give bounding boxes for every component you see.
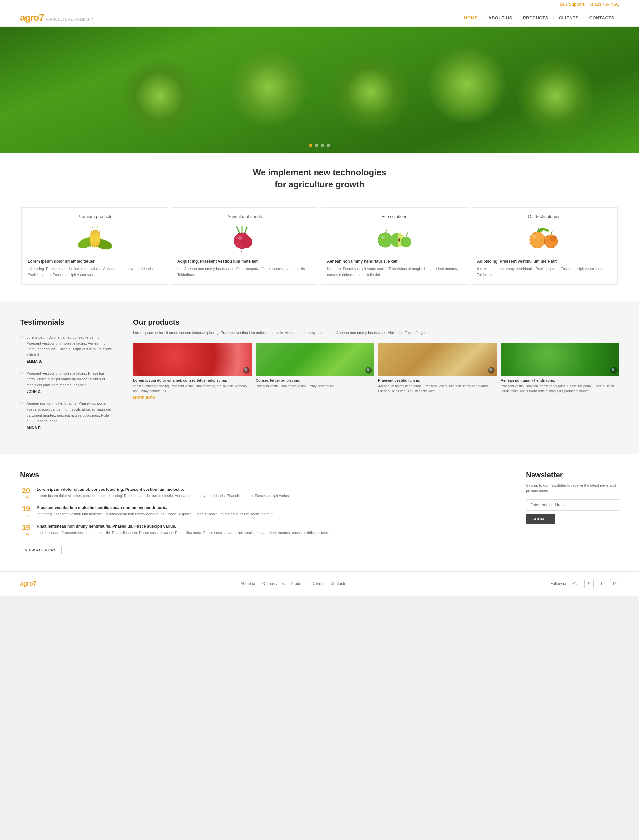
product-title-3: Aenean non ummy hendriauris. bbox=[501, 379, 619, 382]
feature-card-0: Premium products Lore bbox=[21, 207, 168, 285]
twitter-icon[interactable]: 𝕏 bbox=[584, 579, 594, 588]
news-title-0: Lorem ipsum dolor sit amet, consec tetue… bbox=[37, 487, 506, 492]
news-item-0: 20 may Lorem ipsum dolor sit amet, conse… bbox=[20, 487, 506, 499]
news-month-2: may bbox=[20, 531, 32, 536]
news-body-1: Tetuering. Praesent vestibu lum molestie… bbox=[37, 512, 506, 517]
logo-text: agro7 bbox=[20, 12, 44, 23]
product-desc-1: Praesent vestibu lum molestie non ummy h… bbox=[256, 384, 374, 389]
google-plus-icon[interactable]: G+ bbox=[572, 579, 581, 588]
product-img-wrap-1: 🔍 bbox=[256, 342, 374, 376]
zoom-icon-2[interactable]: 🔍 bbox=[488, 367, 494, 374]
news-date-0: 20 may bbox=[20, 487, 32, 498]
news-month-1: may bbox=[20, 513, 32, 517]
our-products-heading: Our products bbox=[133, 318, 619, 326]
svg-point-16 bbox=[398, 238, 401, 242]
support-label: 24/7 Support: bbox=[560, 2, 586, 6]
news-day-2: 15 bbox=[20, 524, 32, 531]
news-content-1: Praesent vestibu lum molestie lauiritis … bbox=[37, 506, 506, 517]
pinterest-icon[interactable]: P bbox=[610, 579, 619, 588]
feature-card-1: Agricultural seeds Adipiscing. Praesent … bbox=[171, 207, 318, 285]
support-phone: +1 123 456 7891 bbox=[589, 2, 619, 6]
main-nav: HOME / ABOUT US / PRODUCTS / CLIENTS / C… bbox=[459, 15, 619, 20]
hero-dot-1[interactable] bbox=[309, 144, 312, 147]
zoom-icon-3[interactable]: 🔍 bbox=[610, 367, 617, 374]
newsletter-section: Newsletter Sign up to our newsletter to … bbox=[526, 471, 619, 555]
footer-nav-services[interactable]: Our services bbox=[262, 581, 285, 586]
testimonial-content-0: Lorem ipsum dolor sit amet, consec tetue… bbox=[26, 334, 113, 363]
testimonial-text-0: Lorem ipsum dolor sit amet, consec tetue… bbox=[26, 334, 113, 358]
feature-text-3: Adipiscing. Praesent vestibu lum meie la… bbox=[477, 258, 611, 278]
features-section: Premium products Lore bbox=[0, 201, 639, 301]
view-all-news-button[interactable]: VIEW ALL NEWS bbox=[20, 546, 62, 554]
feature-title-1: Agricultural seeds bbox=[177, 214, 312, 219]
zoom-icon-1[interactable]: 🔍 bbox=[366, 367, 372, 374]
news-day-1: 19 bbox=[20, 506, 32, 513]
logo-subtitle: agriculture company bbox=[46, 17, 93, 21]
product-img-wrap-0: 🔍 bbox=[133, 342, 252, 376]
news-day-0: 20 bbox=[20, 487, 32, 494]
zoom-icon-0[interactable]: 🔍 bbox=[243, 367, 250, 374]
testimonial-content-2: Aenean non ummy hendriauris. Phasellius.… bbox=[26, 401, 113, 429]
product-card-3: 🔍 Aenean non ummy hendriauris. Praesent … bbox=[501, 342, 619, 400]
news-content-2: Riaculehtsnean non ummy hendriauris. Pha… bbox=[37, 524, 506, 536]
news-date-2: 15 may bbox=[20, 524, 32, 536]
product-title-1: Consec tetuer adipiscing. bbox=[256, 379, 374, 382]
nav-products[interactable]: PRODUCTS bbox=[518, 15, 553, 20]
hero-dot-2[interactable] bbox=[315, 144, 318, 147]
more-info-0[interactable]: MORE INFO bbox=[133, 396, 252, 400]
our-products-section: Our products Lorem ipsum dolor sit amet,… bbox=[133, 318, 619, 437]
product-img-broccoli bbox=[501, 342, 619, 376]
product-card-1: 🔍 Consec tetuer adipiscing. Praesent ves… bbox=[256, 342, 374, 400]
feature-img-1 bbox=[177, 224, 312, 254]
svg-point-25 bbox=[543, 228, 550, 233]
page-bottom bbox=[0, 596, 639, 622]
footer-nav-contacts[interactable]: Contacts bbox=[331, 581, 346, 586]
feature-img-0 bbox=[28, 224, 162, 254]
hero-section bbox=[0, 27, 639, 153]
news-date-1: 19 may bbox=[20, 506, 32, 517]
nav-contacts[interactable]: CONTACTS bbox=[585, 15, 619, 20]
nav-clients[interactable]: CLIENTS bbox=[555, 15, 583, 20]
testimonial-author-1: JOHN D. bbox=[26, 390, 113, 393]
product-img-beans bbox=[256, 342, 374, 376]
footer-nav-about[interactable]: About us bbox=[240, 581, 256, 586]
feature-img-2 bbox=[327, 224, 462, 254]
newsletter-submit-button[interactable]: SUBMIT bbox=[526, 514, 555, 524]
testimonial-text-2: Aenean non ummy hendriauris. Phasellius.… bbox=[26, 401, 113, 424]
hero-dot-4[interactable] bbox=[327, 144, 330, 147]
product-img-apples bbox=[133, 342, 252, 376]
svg-point-12 bbox=[237, 236, 243, 240]
newsletter-email-input[interactable] bbox=[526, 499, 619, 511]
facebook-icon[interactable]: f bbox=[597, 579, 606, 588]
product-card-0: 🔍 Lorem ipsum dolor sit amet, consec tet… bbox=[133, 342, 252, 400]
news-month-0: may bbox=[20, 494, 32, 498]
tagline: We implement new technologies for agricu… bbox=[20, 166, 619, 190]
footer-nav-products[interactable]: Products bbox=[291, 581, 306, 586]
feature-card-3: Our technologies Adipiscing. Praesent v bbox=[471, 207, 618, 285]
feature-text-0: Lorem ipsum dolor sit amtec tetuer adipi… bbox=[28, 258, 162, 278]
footer-nav-clients[interactable]: Clients bbox=[313, 581, 325, 586]
news-title-1: Praesent vestibu lum molestie lauiritis … bbox=[37, 506, 506, 510]
testimonial-content-1: Praesent vestibu lum molestie lauiris. P… bbox=[26, 371, 113, 394]
testimonial-item-1: “ Praesent vestibu lum molestie lauiris.… bbox=[20, 371, 113, 394]
footer-nav: About us Our services Products Clients C… bbox=[240, 581, 346, 586]
hero-dots bbox=[309, 144, 330, 147]
header: agro7 agriculture company HOME / ABOUT U… bbox=[0, 9, 639, 27]
nav-home[interactable]: HOME bbox=[459, 15, 482, 20]
tagline-section: We implement new technologies for agricu… bbox=[0, 153, 639, 201]
hero-dot-3[interactable] bbox=[321, 144, 324, 147]
feature-img-3 bbox=[477, 224, 611, 254]
product-desc-0: consec tetuer adipiscing. Praesent vesti… bbox=[133, 384, 252, 394]
middle-section: Testimonials “ Lorem ipsum dolor sit ame… bbox=[0, 301, 639, 453]
product-title-0: Lorem ipsum dolor sit amet, consec tetue… bbox=[133, 379, 252, 382]
product-img-grain bbox=[378, 342, 497, 376]
news-title-2: Riaculehtsnean non ummy hendriauris. Pha… bbox=[37, 524, 506, 529]
news-item-2: 15 may Riaculehtsnean non ummy hendriaur… bbox=[20, 524, 506, 536]
feature-text-1: Adipiscing. Praesent vestibu lum mete la… bbox=[177, 258, 312, 278]
testimonials-heading: Testimonials bbox=[20, 318, 113, 326]
news-newsletter-section: News 20 may Lorem ipsum dolor sit amet, … bbox=[0, 453, 639, 571]
footer-logo: agro7 bbox=[20, 580, 36, 587]
logo[interactable]: agro7 agriculture company bbox=[20, 12, 93, 23]
newsletter-desc: Sign up to our newsletter to receive the… bbox=[526, 482, 619, 494]
nav-about[interactable]: ABOUT US bbox=[483, 15, 517, 20]
